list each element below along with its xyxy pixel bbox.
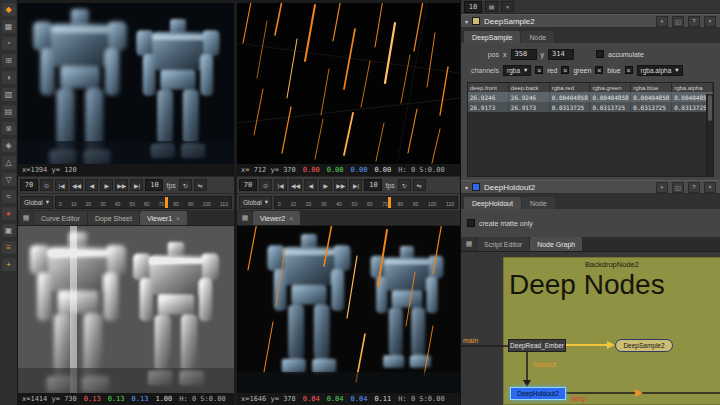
node-color-swatch[interactable] — [472, 17, 480, 25]
column-header[interactable]: rgba.alpha — [672, 83, 713, 92]
go-start-button[interactable]: |◀ — [274, 179, 287, 191]
column-header[interactable]: rgba.red — [550, 83, 591, 92]
play-backward-fast-button[interactable]: ◀◀ — [289, 179, 302, 191]
alpha-channel-select[interactable]: rgba.alpha ▾ — [637, 65, 683, 76]
table-row[interactable]: 26.9173 26.9173 0.0313725 0.0313725 0.03… — [468, 102, 713, 112]
viewer2-canvas[interactable] — [237, 226, 460, 393]
stack-panels-icon[interactable]: ▤ — [485, 1, 498, 12]
blue-checkbox[interactable]: × — [595, 66, 603, 74]
filter-icon[interactable]: ▤ — [2, 105, 16, 118]
step-forward-button[interactable]: ▶ — [100, 179, 113, 191]
tab-script-editor[interactable]: Script Editor — [477, 237, 529, 251]
merge-icon[interactable]: ◈ — [2, 139, 16, 152]
frame-range-select[interactable]: Global ▾ — [20, 196, 53, 209]
tab-node-graph[interactable]: Node Graph — [530, 237, 582, 251]
close-icon[interactable]: × — [176, 215, 180, 222]
scrollbar-thumb[interactable] — [708, 95, 712, 121]
tab-deepsample[interactable]: DeepSample — [464, 31, 520, 43]
pane-menu-icon[interactable]: ▦ — [19, 211, 33, 225]
fps-input[interactable]: 10 — [364, 179, 382, 191]
lock-icon[interactable]: ⊙ — [259, 179, 272, 191]
viewer1-canvas[interactable] — [18, 3, 234, 164]
tab-node[interactable]: Node — [522, 197, 555, 209]
bounce-button[interactable]: ⇆ — [194, 179, 207, 191]
draw-icon[interactable]: ◔ — [2, 37, 16, 50]
pos-x-input[interactable]: 358 — [511, 49, 537, 60]
frame-range-select[interactable]: Global ▾ — [239, 196, 272, 209]
keyer-icon[interactable]: ⊗ — [2, 122, 16, 135]
pane-menu-icon[interactable]: ▦ — [238, 211, 252, 225]
other-icon[interactable]: + — [2, 258, 16, 271]
chevron-down-icon[interactable]: ▾ — [465, 184, 468, 191]
chevron-down-icon[interactable]: ▾ — [465, 18, 468, 25]
close-icon[interactable]: × — [289, 215, 293, 222]
tab-node[interactable]: Node — [521, 31, 554, 43]
image-icon[interactable]: ▦ — [2, 20, 16, 33]
bounce-button[interactable]: ⇆ — [413, 179, 426, 191]
help-icon[interactable]: ? — [688, 16, 700, 27]
channels-select[interactable]: rgba ▾ — [503, 65, 531, 76]
go-end-button[interactable]: ▶| — [130, 179, 143, 191]
close-icon[interactable]: × — [704, 182, 716, 193]
tab-viewer1[interactable]: Viewer1 × — [140, 211, 187, 225]
color-icon[interactable]: ▧ — [2, 88, 16, 101]
play-backward-fast-button[interactable]: ◀◀ — [70, 179, 83, 191]
current-frame-input[interactable]: 70 — [20, 179, 38, 191]
help-icon[interactable]: ? — [688, 182, 700, 193]
channel-icon[interactable]: ◑ — [2, 71, 16, 84]
pane-menu-icon[interactable]: ▦ — [462, 237, 476, 251]
tab-deepholdout[interactable]: DeepHoldout — [464, 197, 521, 209]
close-all-panels-icon[interactable]: × — [501, 1, 514, 12]
column-header[interactable]: rgba.blue — [631, 83, 672, 92]
step-back-button[interactable]: ◀ — [304, 179, 317, 191]
deep-icon[interactable]: ● — [2, 207, 16, 220]
metadata-icon[interactable]: ≡ — [2, 241, 16, 254]
pos-y-input[interactable]: 314 — [548, 49, 574, 60]
center-node-icon[interactable]: ⌖ — [656, 182, 668, 193]
current-frame-input[interactable]: 70 — [239, 179, 257, 191]
create-matte-checkbox[interactable] — [467, 219, 475, 227]
sparks-canvas[interactable] — [237, 3, 460, 164]
playhead-marker[interactable] — [165, 197, 168, 208]
play-forward-fast-button[interactable]: ▶▶ — [334, 179, 347, 191]
float-panel-icon[interactable]: ◱ — [672, 182, 684, 193]
node-graph-canvas[interactable]: BackdropNode2 Deep Nodes DeepRead_Ember … — [461, 252, 720, 405]
alpha-checkbox[interactable]: × — [625, 66, 633, 74]
max-panels-input[interactable]: 10 — [464, 1, 482, 13]
transform-icon[interactable]: △ — [2, 156, 16, 169]
green-checkbox[interactable]: × — [561, 66, 569, 74]
frame-ruler[interactable]: 0 10 20 30 40 50 60 70 80 90 100 110 — [55, 196, 232, 209]
node-deepsample2[interactable]: DeepSample2 — [615, 339, 673, 352]
go-start-button[interactable]: |◀ — [55, 179, 68, 191]
go-end-button[interactable]: ▶| — [349, 179, 362, 191]
playhead-marker[interactable] — [388, 197, 391, 208]
deepsample-header[interactable]: ▾ DeepSample2 ⌖ ◱ ? × — [461, 14, 720, 28]
column-header[interactable]: deep.front — [468, 83, 509, 92]
table-scrollbar[interactable] — [706, 94, 713, 176]
tab-viewer2[interactable]: Viewer2 × — [253, 211, 300, 225]
fps-input[interactable]: 10 — [145, 179, 163, 191]
loop-button[interactable]: ↻ — [179, 179, 192, 191]
node-deepholdout2[interactable]: DeepHoldout2 — [510, 387, 566, 400]
column-header[interactable]: rgba.green — [590, 83, 631, 92]
accumulate-checkbox[interactable] — [596, 50, 604, 58]
tab-dope-sheet[interactable]: Dope Sheet — [88, 211, 139, 225]
close-icon[interactable]: × — [704, 16, 716, 27]
depth-canvas[interactable] — [18, 226, 234, 393]
float-panel-icon[interactable]: ◱ — [672, 16, 684, 27]
red-checkbox[interactable]: × — [535, 66, 543, 74]
step-back-button[interactable]: ◀ — [85, 179, 98, 191]
particles-icon[interactable]: ≈ — [2, 190, 16, 203]
frame-ruler[interactable]: 0 10 20 30 40 50 60 70 80 90 100 110 — [274, 196, 458, 209]
table-row[interactable]: 26.9246 26.9246 0.00404858 0.00404858 0.… — [468, 92, 713, 102]
column-header[interactable]: deep.back — [509, 83, 550, 92]
3d-icon[interactable]: ▽ — [2, 173, 16, 186]
center-node-icon[interactable]: ⌖ — [656, 16, 668, 27]
views-icon[interactable]: ▣ — [2, 224, 16, 237]
play-forward-fast-button[interactable]: ▶▶ — [115, 179, 128, 191]
nuke-logo-icon[interactable]: ◆ — [2, 3, 16, 16]
node-color-swatch[interactable] — [472, 183, 480, 191]
tab-curve-editor[interactable]: Curve Editor — [34, 211, 87, 225]
deepholdout-header[interactable]: ▾ DeepHoldout2 ⌖ ◱ ? × — [461, 180, 720, 194]
time-icon[interactable]: ⊞ — [2, 54, 16, 67]
